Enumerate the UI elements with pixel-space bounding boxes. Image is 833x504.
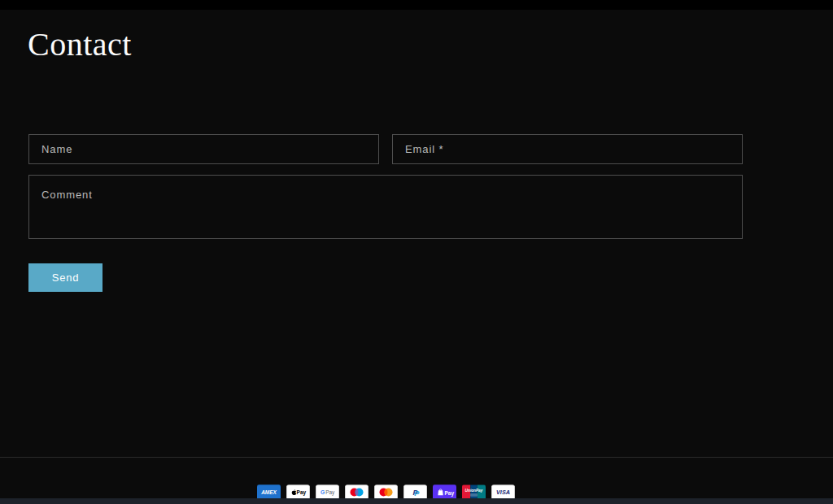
svg-text:Pay: Pay [325, 489, 335, 496]
email-input[interactable] [392, 134, 743, 164]
svg-text:Pay: Pay [297, 489, 307, 496]
page-title: Contact [28, 27, 132, 63]
svg-text:Pay: Pay [445, 490, 455, 497]
contact-page: Contact Send AMEXPayGPayPPPayUnionPayVIS… [0, 0, 833, 504]
svg-text:VISA: VISA [496, 489, 510, 496]
footer-divider [0, 457, 833, 458]
comment-textarea[interactable] [28, 175, 743, 239]
send-button[interactable]: Send [28, 263, 102, 292]
svg-text:AMEX: AMEX [260, 489, 277, 495]
name-input[interactable] [28, 134, 379, 164]
svg-text:UnionPay: UnionPay [465, 489, 483, 493]
svg-text:G: G [321, 489, 325, 495]
page-background [0, 10, 833, 498]
svg-text:P: P [414, 489, 420, 497]
bottom-strip [0, 498, 833, 504]
